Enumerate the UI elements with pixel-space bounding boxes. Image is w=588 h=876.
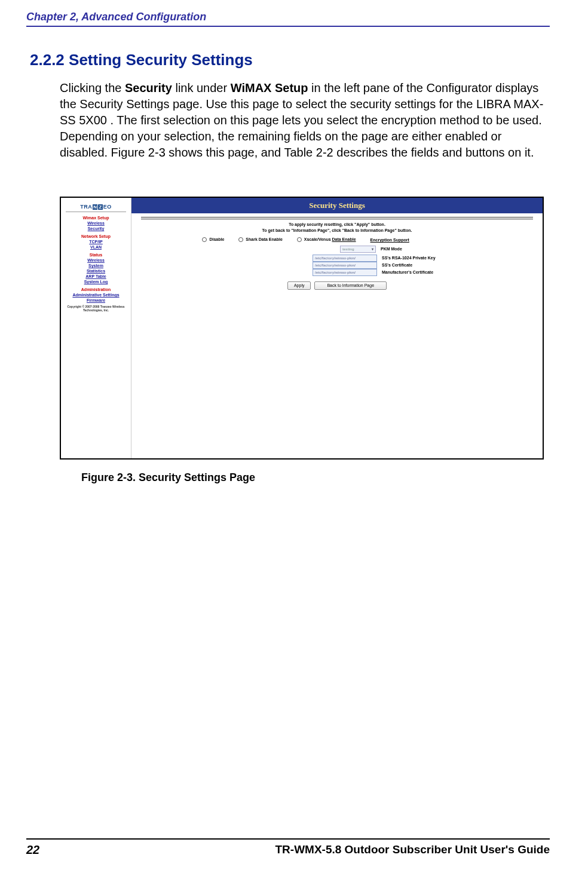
sidebar-group-title: Administration bbox=[61, 287, 131, 292]
radio-label: Xscale/Venus Data Enable bbox=[304, 237, 356, 241]
sidebar-group-title: Wimax Setup bbox=[61, 216, 131, 220]
logo-part: EO bbox=[103, 204, 112, 210]
section-title: 2.2.2 Setting Security Settings bbox=[30, 51, 550, 69]
logo-part: Z bbox=[98, 204, 102, 210]
chapter-header: Chapter 2, Advanced Configuration bbox=[26, 11, 550, 27]
sidebar-link[interactable]: Statistics bbox=[61, 269, 131, 273]
figure-screenshot: TRA N Z EO Wimax SetupWirelessSecurityNe… bbox=[60, 197, 544, 460]
encryption-support-header: Encryption Support bbox=[370, 238, 472, 242]
cert-path-input[interactable]: /etc/factory/wimax-pkm/ bbox=[313, 255, 377, 262]
sidebar-link[interactable]: Wireless bbox=[61, 258, 131, 262]
cert-field-label: SS's RSA-1024 Private Key bbox=[382, 256, 483, 260]
sidebar-copyright: Copyright © 2007-2008 Tranzeo Wireless T… bbox=[61, 305, 131, 312]
radio-icon bbox=[238, 237, 243, 242]
encryption-radio[interactable]: Shark Data Enable bbox=[238, 237, 282, 242]
fields-block: testing ▾ PKM Mode /etc/factory/wimax-pk… bbox=[131, 246, 543, 290]
cert-field-label: Manufacturer's Certificate bbox=[382, 270, 483, 274]
cert-path-input[interactable]: /etc/factory/wimax-pkm/ bbox=[313, 262, 377, 269]
sidebar-link[interactable]: Wireless bbox=[61, 221, 131, 225]
instruction-line: To apply security resetting, click "Appl… bbox=[131, 222, 543, 228]
cert-field-row: /etc/factory/wimax-pkm/SS's Certificate bbox=[191, 262, 483, 269]
encryption-radio[interactable]: Xscale/Venus Data Enable bbox=[297, 237, 356, 242]
cert-field-label: SS's Certificate bbox=[382, 263, 483, 267]
page-title: Security Settings bbox=[131, 198, 543, 213]
config-content: Security Settings To apply security rese… bbox=[131, 198, 543, 458]
instruction-line: To get back to "Information Page", click… bbox=[131, 228, 543, 234]
logo-part: N bbox=[93, 204, 97, 210]
cert-field-row: /etc/factory/wimax-pkm/SS's RSA-1024 Pri… bbox=[191, 255, 483, 262]
chevron-down-icon: ▾ bbox=[372, 247, 373, 251]
encryption-radio[interactable]: Disable bbox=[202, 237, 224, 242]
radio-icon bbox=[202, 237, 207, 242]
radio-icon bbox=[297, 237, 302, 242]
section-body: Clicking the Security link under WiMAX S… bbox=[60, 80, 549, 161]
page-footer: 22 TR-WMX-5.8 Outdoor Subscriber Unit Us… bbox=[26, 838, 550, 857]
config-sidebar: TRA N Z EO Wimax SetupWirelessSecurityNe… bbox=[61, 198, 131, 458]
logo: TRA N Z EO bbox=[66, 200, 126, 212]
radio-label: Shark Data Enable bbox=[246, 237, 282, 241]
sidebar-link[interactable]: System Log bbox=[61, 280, 131, 284]
page-number: 22 bbox=[26, 843, 39, 857]
pkm-mode-value: testing bbox=[342, 247, 354, 251]
sidebar-group-title: Network Setup bbox=[61, 234, 131, 238]
guide-title: TR-WMX-5.8 Outdoor Subscriber Unit User'… bbox=[275, 843, 550, 857]
radio-label: Disable bbox=[209, 237, 224, 241]
sidebar-link[interactable]: System bbox=[61, 264, 131, 268]
sidebar-link[interactable]: Administrative Settings bbox=[61, 293, 131, 297]
sidebar-link[interactable]: ARP Table bbox=[61, 274, 131, 278]
pkm-mode-row: testing ▾ PKM Mode bbox=[192, 246, 482, 253]
sidebar-link[interactable]: TCP/IP bbox=[61, 240, 131, 244]
sidebar-link[interactable]: VLAN bbox=[61, 245, 131, 249]
section-heading: Setting Security Settings bbox=[69, 51, 253, 69]
section-number: 2.2.2 bbox=[30, 51, 65, 69]
sidebar-link[interactable]: Firmware bbox=[61, 298, 131, 302]
figure-caption: Figure 2-3. Security Settings Page bbox=[81, 471, 544, 484]
button-row: Apply Back to Information Page bbox=[287, 281, 387, 290]
cert-path-input[interactable]: /etc/factory/wimax-pkm/ bbox=[313, 269, 377, 276]
instructions: To apply security resetting, click "Appl… bbox=[131, 222, 543, 234]
encryption-radio-row: DisableShark Data EnableXscale/Venus Dat… bbox=[202, 237, 356, 242]
sidebar-group-title: Status bbox=[61, 253, 131, 257]
divider-stack bbox=[141, 217, 533, 219]
figure-wrap: TRA N Z EO Wimax SetupWirelessSecurityNe… bbox=[60, 197, 544, 484]
logo-part: TRA bbox=[80, 204, 92, 210]
back-button[interactable]: Back to Information Page bbox=[314, 281, 387, 290]
pkm-mode-label: PKM Mode bbox=[381, 247, 482, 251]
apply-button[interactable]: Apply bbox=[287, 281, 311, 290]
pkm-mode-select[interactable]: testing ▾ bbox=[340, 246, 376, 253]
cert-field-row: /etc/factory/wimax-pkm/Manufacturer's Ce… bbox=[191, 269, 483, 276]
sidebar-link[interactable]: Security bbox=[61, 226, 131, 231]
